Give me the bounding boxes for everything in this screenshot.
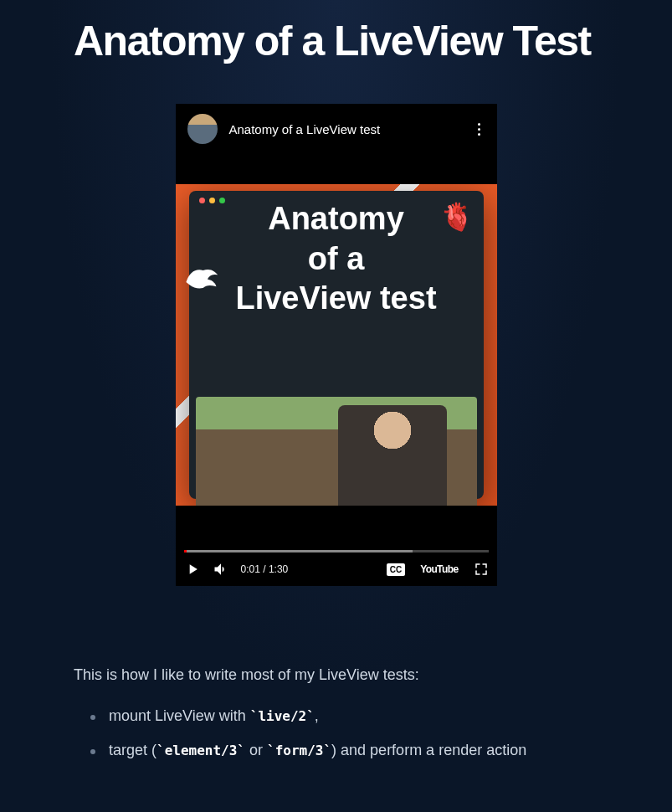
bullet-list: mount LiveView with `live/2`, target (`e… <box>74 707 598 759</box>
video-header: Anatomy of a LiveView test <box>176 104 497 154</box>
time-display: 0:01 / 1:30 <box>241 563 289 575</box>
youtube-logo[interactable]: YouTube <box>417 562 461 577</box>
video-controls: 0:01 / 1:30 CC YouTube <box>176 545 497 586</box>
embedded-video[interactable]: Anatomy of a LiveView test 🫀 Anatomy of … <box>176 104 497 586</box>
video-title[interactable]: Anatomy of a LiveView test <box>229 122 461 136</box>
captions-button[interactable]: CC <box>387 563 405 576</box>
presenter-portrait <box>338 405 447 506</box>
list-item: target (`element/3` or `form/3`) and per… <box>90 742 598 759</box>
intro-paragraph: This is how I like to write most of my L… <box>74 666 598 684</box>
fullscreen-icon[interactable] <box>474 562 489 577</box>
progress-bar[interactable] <box>184 550 489 552</box>
play-icon[interactable] <box>184 561 201 578</box>
page-title: Anatomy of a LiveView Test <box>74 18 598 64</box>
code-snippet: `live/2` <box>250 708 315 724</box>
thumbnail-title: Anatomy of a LiveView test <box>176 199 497 319</box>
list-item: mount LiveView with `live/2`, <box>90 707 598 725</box>
volume-icon[interactable] <box>213 561 229 578</box>
code-snippet: `form/3` <box>267 743 331 758</box>
more-options-icon[interactable] <box>473 118 485 141</box>
code-snippet: `element/3` <box>156 743 245 758</box>
channel-avatar[interactable] <box>187 114 218 144</box>
video-thumbnail[interactable]: 🫀 Anatomy of a LiveView test <box>176 184 497 506</box>
